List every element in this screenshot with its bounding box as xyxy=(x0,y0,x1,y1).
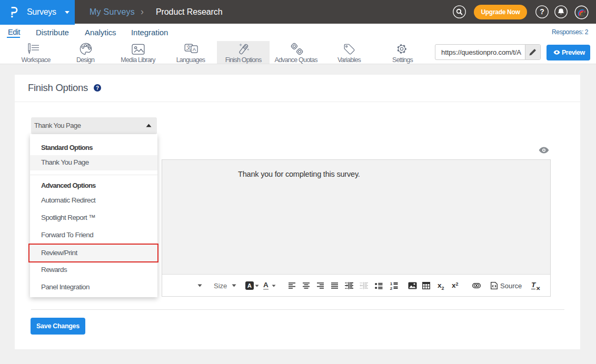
svg-text:2: 2 xyxy=(390,286,393,290)
svg-text:?: ? xyxy=(96,85,99,91)
svg-text:?: ? xyxy=(540,7,544,16)
svg-text:A: A xyxy=(193,46,196,52)
svg-text:文: 文 xyxy=(186,44,192,50)
